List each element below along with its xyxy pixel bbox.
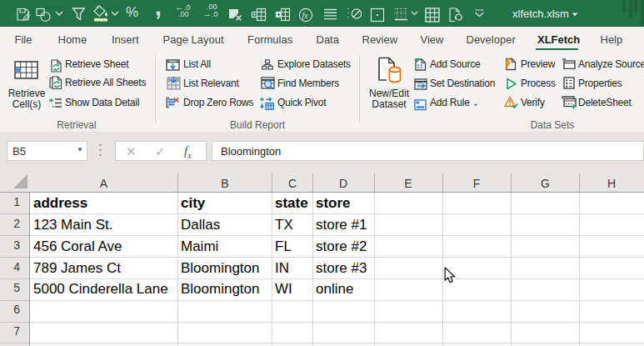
svg-text:fx: fx: [302, 11, 309, 20]
